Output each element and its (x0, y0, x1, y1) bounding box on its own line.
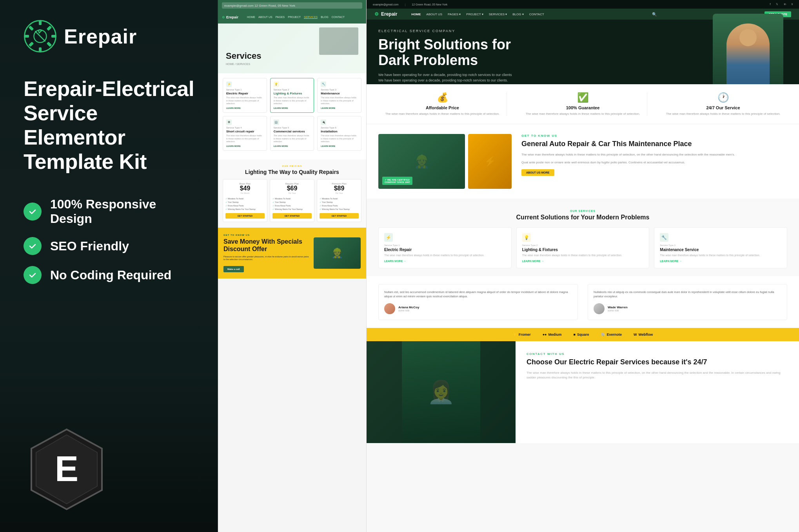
testimonial-text-2: Nullaboris nisi ut aliquip ex ea commodo… (594, 290, 781, 299)
service-text-1: The wise man therefore always holds in t… (226, 96, 263, 105)
service-text-5: The wise man therefore always holds in t… (274, 134, 311, 143)
pricing-card-2: Regular Plan $69 Per Year Mistakes To Av… (270, 179, 314, 222)
right-nav-blog[interactable]: BLOG ▾ (512, 13, 523, 16)
solution-type-1: Service Type 1 (384, 244, 506, 246)
service-title-6: Installation (321, 130, 358, 133)
nav-link-project[interactable]: PROJECT (288, 16, 301, 19)
plan-price-2: $69 (272, 185, 312, 192)
feature-item-1: 100% Responsive Design (24, 197, 200, 226)
solution-title-2: Lighting & Fixtures (522, 248, 644, 252)
instagram-icon[interactable]: in (784, 3, 786, 6)
about-us-button[interactable]: ABOUT US MORE (521, 169, 554, 176)
feature-item-2: SEO Friendly (24, 237, 200, 255)
solution-icon-1: ⚡ (384, 233, 393, 242)
service-type-5: Service Type 5 (274, 127, 311, 129)
right-nav-home[interactable]: HOME (411, 13, 421, 16)
feature-label-1: 100% Responsive Design (50, 197, 200, 226)
partner-medium: ●●Medium (543, 333, 562, 337)
middle-breadcrumb: HOME / SERVICES (226, 63, 358, 65)
right-panel: example@gmail.com | 12 Green Road, 05 Ne… (367, 0, 799, 532)
service-link-1[interactable]: LEARN MORE (226, 107, 263, 109)
solutions-grid: ⚡ Service Type 1 Electric Repair The wis… (378, 227, 787, 268)
get-started-btn-1[interactable]: GET STARTED (225, 213, 265, 219)
svg-rect-3 (39, 47, 42, 52)
solution-title-1: Electric Repair (384, 248, 506, 252)
save-money-image: 👷 (314, 237, 361, 269)
nav-link-about[interactable]: ABOUT US (258, 16, 272, 19)
about-label: GET TO KNOW US (521, 134, 787, 138)
twitter-icon[interactable]: 𝕏 (776, 3, 778, 6)
svg-rect-5 (51, 35, 56, 38)
nav-link-home[interactable]: HOME (247, 16, 255, 19)
service-type-3: Service Type 3 (321, 89, 358, 91)
solutions-label: OUR SERVICES (378, 210, 787, 212)
right-nav-project[interactable]: PROJECT ▾ (466, 13, 483, 16)
person-silhouette (713, 14, 783, 84)
search-icon[interactable]: 🔍 (652, 12, 657, 16)
service-link-2[interactable]: LEARN MORE (274, 107, 311, 109)
solution-text-3: The wise man therefore always holds in t… (660, 253, 781, 257)
right-nav-contact[interactable]: CONTACT (529, 13, 544, 16)
author-name-2: Wade Warren (608, 306, 628, 309)
make-call-button[interactable]: Make a call (223, 266, 244, 272)
elementor-hexagon: E (24, 426, 110, 512)
right-address: 12 Green Road, 05 New York (412, 3, 447, 6)
service-icon-3: 🔧 (321, 81, 326, 87)
nav-link-blog[interactable]: BLOG (321, 16, 328, 19)
about-text-2: Quat ante poste non or ornare ante well … (521, 160, 787, 165)
facebook-icon[interactable]: f (770, 3, 770, 6)
pricing-label: OUR PRICING (223, 165, 361, 167)
solution-card-2: 💡 Service Type 2 Lighting & Fixtures The… (516, 227, 650, 268)
solution-link-1[interactable]: LEARN MORE → (384, 260, 506, 262)
partner-fromer: ⚡Fromer (513, 333, 531, 337)
feature-box-3: 🕐 24/7 Our Service The wise man therefor… (659, 92, 787, 116)
right-nav-about[interactable]: ABOUT US (426, 13, 442, 16)
contact-section: 👩‍💼 CONTACT WITH US Choose Our Electric … (367, 341, 799, 443)
right-nav-pages[interactable]: PAGES ▾ (448, 13, 461, 16)
service-24-icon: 🕐 (663, 92, 783, 103)
service-text-6: The wise man therefore always holds in t… (321, 134, 358, 143)
about-content: GET TO KNOW US General Auto Repair & Car… (521, 134, 787, 189)
brand-name: Erepair (64, 25, 137, 48)
middle-pricing-section: OUR PRICING Lighting The Way to Quality … (218, 159, 366, 228)
check-icon-2 (24, 237, 42, 255)
get-started-btn-2[interactable]: GET STARTED (272, 213, 312, 219)
nav-link-services[interactable]: SERVICES (304, 16, 318, 19)
feature-label-3: No Coding Required (50, 268, 171, 282)
contact-content: CONTACT WITH US Choose Our Electric Repa… (516, 341, 799, 443)
service-link-3[interactable]: LEARN MORE (321, 107, 358, 109)
solution-link-2[interactable]: LEARN MORE → (522, 260, 644, 262)
right-top-nav: example@gmail.com | 12 Green Road, 05 Ne… (367, 0, 799, 9)
service-link-4[interactable]: LEARN MORE (226, 145, 263, 147)
service-type-2: Service Type 2 (274, 89, 311, 91)
nav-link-contact[interactable]: CONTACT (332, 16, 345, 19)
certified-badge: ✓ WE ARE CERTIFIEDCOMPANY SINCE 1967 (382, 177, 412, 185)
service-title-5: Commercial services (274, 130, 311, 133)
service-link-6[interactable]: LEARN MORE (321, 145, 358, 147)
solution-icon-2: 💡 (522, 233, 531, 242)
solution-link-3[interactable]: LEARN MORE → (660, 260, 781, 262)
service-title-1: Electric Repair (226, 92, 263, 95)
right-email: example@gmail.com (373, 3, 398, 6)
solution-icon-3: 🔧 (660, 233, 668, 242)
solution-type-3: Service Type 3 (660, 244, 781, 246)
pricing-title: Lighting The Way to Quality Repairs (223, 169, 361, 175)
service-link-5[interactable]: LEARN MORE (274, 145, 311, 147)
right-nav-services[interactable]: SERVICES ▾ (489, 13, 507, 16)
feature-box-title-1: Affordable Price (382, 105, 503, 110)
features-list: 100% Responsive Design SEO Friendly No C… (24, 197, 200, 284)
affordable-icon: 💰 (382, 92, 503, 103)
nav-link-pages[interactable]: PAGES (276, 16, 285, 19)
get-started-btn-3[interactable]: GET STARTED (320, 213, 359, 219)
feature-box-2: ✅ 100% Guarantee The wise man therefore … (519, 92, 647, 116)
feature-box-1: 💰 Affordable Price The wise man therefor… (378, 92, 507, 116)
testimonial-author-2: Wade Warren some role (594, 303, 781, 314)
logo-area: Erepair (24, 20, 200, 53)
service-icon-4: ⚙ (226, 119, 232, 125)
svg-rect-7 (47, 25, 52, 31)
linkedin-icon[interactable]: li (792, 3, 793, 6)
plan-price-1: $49 (225, 185, 265, 192)
right-nav-items: HOME ABOUT US PAGES ▾ PROJECT ▾ SERVICES… (411, 13, 544, 16)
plan-feat-2-2: Your Startup (272, 200, 312, 204)
contact-text: The wise man therefore always holds in t… (527, 371, 788, 380)
